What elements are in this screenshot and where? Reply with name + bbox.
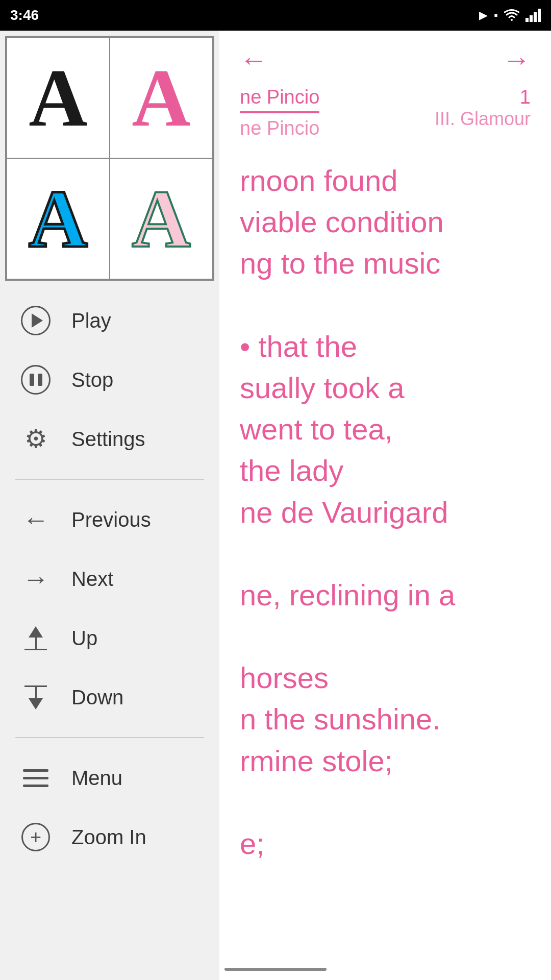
settings-icon: ⚙ — [20, 424, 51, 454]
status-icons: ▶ ▪ — [479, 9, 541, 22]
pause-bar-left — [30, 374, 34, 386]
zoom-plus-circle: + — [21, 823, 50, 851]
next-menu-item[interactable]: → Next — [0, 549, 219, 608]
text-line-8: ne de Vaurigard — [240, 492, 531, 533]
chapter-number-section: 1 III. Glamour — [435, 86, 531, 130]
text-line-3: ng to the music — [240, 242, 531, 284]
play-triangle — [32, 313, 43, 328]
text-line-1: rnoon found — [240, 160, 531, 201]
sim-card-icon: ▪ — [494, 9, 498, 22]
font-letter-blue: A — [29, 178, 88, 260]
text-line-5: sually took a — [240, 367, 531, 408]
extra-controls: Menu + Zoom In — [0, 743, 219, 872]
settings-menu-item[interactable]: ⚙ Settings — [0, 409, 219, 469]
svg-rect-1 — [530, 15, 533, 22]
book-text-content: rnoon found viable condition ng to the m… — [219, 150, 551, 874]
settings-label: Settings — [71, 428, 145, 451]
left-panel: A A A A Play — [0, 31, 219, 980]
text-line-6: went to tea, — [240, 408, 531, 450]
previous-menu-item[interactable]: ← Previous — [0, 490, 219, 549]
font-letter-black: A — [29, 57, 88, 139]
navigation-controls: ← Previous → Next — [0, 485, 219, 732]
zoom-plus-icon: + — [20, 822, 51, 852]
status-time: 3:46 — [10, 7, 39, 23]
zoom-in-label: Zoom In — [71, 826, 146, 849]
hamburger-line-2 — [23, 777, 48, 779]
back-arrow-button[interactable]: ← — [240, 43, 268, 76]
pause-circle — [21, 365, 51, 395]
arrow-right-icon: → — [22, 564, 49, 594]
chapter-info: ne Pincio ne Pincio 1 III. Glamour — [219, 86, 551, 150]
down-arrow-container — [24, 685, 47, 709]
font-letter-outline: A — [132, 178, 191, 260]
font-selector-grid: A A A A — [5, 36, 214, 281]
stop-icon — [20, 364, 51, 395]
up-arrow-line — [24, 649, 47, 650]
stop-label: Stop — [71, 369, 113, 391]
font-cell-black[interactable]: A — [7, 37, 110, 158]
up-menu-item[interactable]: Up — [0, 608, 219, 668]
down-arrow-stem — [35, 687, 37, 698]
chapter-name: III. Glamour — [435, 108, 531, 130]
play-indicator-icon: ▶ — [479, 9, 488, 22]
play-icon — [20, 305, 51, 336]
home-bar — [224, 968, 327, 971]
down-arrow-head — [29, 698, 43, 709]
forward-arrow-button[interactable]: → — [503, 43, 531, 76]
playback-controls: Play Stop ⚙ Settings — [0, 286, 219, 474]
text-line-7: the lady — [240, 450, 531, 491]
font-cell-blue[interactable]: A — [7, 158, 110, 279]
stop-menu-item[interactable]: Stop — [0, 350, 219, 409]
pause-bar-right — [38, 374, 42, 386]
svg-rect-2 — [534, 12, 537, 22]
menu-label: Menu — [71, 767, 122, 790]
text-line-11: n the sunshine. — [240, 698, 531, 740]
hamburger-line-1 — [23, 769, 48, 772]
down-menu-item[interactable]: Down — [0, 668, 219, 727]
gear-icon: ⚙ — [24, 424, 47, 454]
chapter-number: 1 — [435, 86, 531, 108]
next-label: Next — [71, 568, 113, 591]
signal-icon — [525, 9, 541, 22]
right-nav: ← → — [219, 31, 551, 86]
divider-2 — [15, 737, 204, 738]
right-panel: ← → ne Pincio ne Pincio 1 III. Glamour r… — [219, 31, 551, 980]
down-label: Down — [71, 686, 123, 709]
text-line-9: ne, reclining in a — [240, 574, 531, 616]
play-label: Play — [71, 309, 111, 332]
down-icon — [20, 682, 51, 713]
up-label: Up — [71, 627, 97, 650]
svg-rect-3 — [538, 9, 541, 22]
main-layout: A A A A Play — [0, 31, 551, 980]
up-icon — [20, 623, 51, 653]
active-chapter-tab[interactable]: ne Pincio — [240, 86, 319, 113]
menu-menu-item[interactable]: Menu — [0, 748, 219, 807]
font-letter-pink: A — [132, 57, 191, 139]
wifi-icon — [504, 9, 519, 22]
svg-rect-0 — [525, 18, 529, 22]
status-bar: 3:46 ▶ ▪ — [0, 0, 551, 31]
text-line-4: • that the — [240, 326, 531, 367]
hamburger-line-3 — [23, 785, 48, 787]
text-line-13: e; — [240, 823, 531, 864]
divider-1 — [15, 479, 204, 480]
inactive-chapter-tab[interactable]: ne Pincio — [240, 117, 319, 139]
previous-icon: ← — [20, 504, 51, 535]
previous-label: Previous — [71, 508, 151, 531]
play-circle — [21, 306, 51, 335]
hamburger-container — [23, 769, 48, 787]
zoom-in-menu-item[interactable]: + Zoom In — [0, 807, 219, 867]
arrow-left-icon: ← — [22, 504, 49, 535]
play-menu-item[interactable]: Play — [0, 291, 219, 350]
text-line-12: rmine stole; — [240, 740, 531, 781]
font-cell-outline[interactable]: A — [110, 158, 213, 279]
next-icon: → — [20, 564, 51, 594]
up-arrow-container — [24, 626, 47, 650]
hamburger-icon — [20, 763, 51, 793]
text-line-10: horses — [240, 657, 531, 698]
up-arrow-head — [29, 626, 43, 638]
font-cell-pink[interactable]: A — [110, 37, 213, 158]
up-arrow-stem — [35, 638, 37, 649]
text-line-2: viable condition — [240, 201, 531, 242]
chapter-tabs: ne Pincio ne Pincio — [240, 86, 319, 139]
